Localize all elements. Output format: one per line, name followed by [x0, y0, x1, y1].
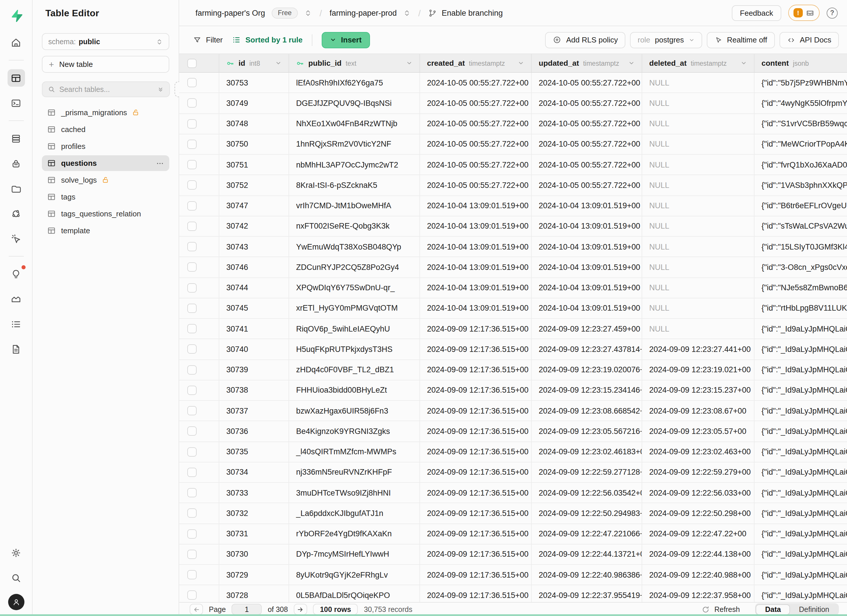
more-options-icon[interactable] — [156, 159, 164, 167]
cell-public_id[interactable]: 8KraI-tSI-6-pSZcknaK5 — [289, 175, 420, 196]
cell-id[interactable]: 30731 — [219, 524, 289, 544]
cell-id[interactable]: 30752 — [219, 175, 289, 196]
cell-id[interactable]: 30730 — [219, 544, 289, 564]
cell-deleted_at[interactable]: 2024-09-09 12:23:02.463+00 — [642, 442, 754, 462]
row-checkbox[interactable] — [187, 283, 196, 292]
cell-created_at[interactable]: 2024-10-04 13:09:01.519+00 — [420, 196, 532, 216]
cell-updated_at[interactable]: 2024-09-09 12:23:27.459+00 — [532, 319, 642, 339]
chevron-down-icon[interactable] — [518, 60, 524, 66]
cell-public_id[interactable]: vrIh7CMD-JtM1bOweMHfA — [289, 196, 420, 216]
table-row[interactable]: 30743YwEmuWdqT38XoSB048QYp2024-10-04 13:… — [179, 237, 847, 257]
cell-created_at[interactable]: 2024-10-04 13:09:01.519+00 — [420, 278, 532, 298]
cell-id[interactable]: 30753 — [219, 73, 289, 93]
cell-public_id[interactable]: YwEmuWdqT38XoSB048QYp — [289, 237, 420, 257]
cell-created_at[interactable]: 2024-09-09 12:17:36.515+00 — [420, 504, 532, 523]
cell-created_at[interactable]: 2024-09-09 12:17:36.515+00 — [420, 565, 532, 585]
previous-page-button[interactable] — [190, 604, 203, 615]
cell-deleted_at[interactable]: NULL — [642, 237, 754, 257]
cell-content[interactable]: {"id":"_Id9aLyJpMHQLaiQC — [754, 504, 847, 523]
cell-public_id[interactable]: Be4KignzoK9YRGNI3Zgks — [289, 421, 420, 442]
cell-updated_at[interactable]: 2024-09-09 12:22:37.955419+00 — [532, 585, 642, 602]
cell-id[interactable]: 30741 — [219, 319, 289, 339]
row-checkbox[interactable] — [187, 201, 196, 210]
cell-public_id[interactable]: rYbORF2e4YgDt9fKAXaKn — [289, 524, 420, 544]
cell-id[interactable]: 30734 — [219, 463, 289, 482]
sort-button[interactable]: Sorted by 1 rule — [232, 35, 303, 44]
cell-content[interactable]: {"id":"15LSIyT0JGMf3Kl4Vn — [754, 237, 847, 257]
chevron-down-icon[interactable] — [741, 60, 747, 66]
cell-content[interactable]: {"id":"1VASb3phnXXkQPCpv — [754, 175, 847, 196]
cell-created_at[interactable]: 2024-10-04 13:09:01.519+00 — [420, 237, 532, 257]
table-row[interactable]: 30736Be4KignzoK9YRGNI3Zgks2024-09-09 12:… — [179, 421, 847, 442]
search-tables-input[interactable] — [42, 81, 170, 97]
next-page-button[interactable] — [294, 604, 307, 615]
row-checkbox[interactable] — [187, 324, 196, 333]
table-row[interactable]: 30730DYp-7mcyMSIrHefLYIwwH2024-09-09 12:… — [179, 544, 847, 565]
cell-updated_at[interactable]: 2024-10-04 13:09:01.519+00 — [532, 196, 642, 216]
cell-content[interactable]: {"id":"_Id9aLyJpMHQLaiQC — [754, 565, 847, 585]
column-header-content[interactable]: contentjsonb — [754, 54, 847, 72]
sidebar-item-_prisma_migrations[interactable]: _prisma_migrations — [42, 105, 169, 121]
feedback-button[interactable]: Feedback — [732, 5, 781, 21]
cell-deleted_at[interactable]: 2024-09-09 12:22:59.279+00 — [642, 463, 754, 482]
cell-public_id[interactable]: DGEJfJZPQUV9Q-IBqsNSi — [289, 93, 420, 113]
cell-deleted_at[interactable]: 2024-09-09 12:23:27.441+00 — [642, 339, 754, 360]
table-row[interactable]: 307298yUKotr9qGYjK2eFRhgLv2024-09-09 12:… — [179, 565, 847, 585]
cell-updated_at[interactable]: 2024-09-09 12:23:27.437814+00 — [532, 339, 642, 360]
table-row[interactable]: 307333muDHTceTWso9IZj8hHNI2024-09-09 12:… — [179, 483, 847, 504]
table-row[interactable]: 30739zHDq4c0F0VBF_TL2_dBZ12024-09-09 12:… — [179, 360, 847, 380]
cell-deleted_at[interactable]: 2024-09-09 12:23:08.67+00 — [642, 401, 754, 421]
tab-data[interactable]: Data — [756, 604, 790, 615]
cell-created_at[interactable]: 2024-09-09 12:17:36.515+00 — [420, 421, 532, 442]
row-checkbox[interactable] — [187, 222, 196, 231]
row-checkbox[interactable] — [187, 304, 196, 313]
cell-id[interactable]: 30740 — [219, 339, 289, 360]
cell-id[interactable]: 30744 — [219, 278, 289, 298]
cell-content[interactable]: {"id":"rtHbLpgB8V11LUK7152 — [754, 298, 847, 318]
cell-created_at[interactable]: 2024-09-09 12:17:36.515+00 — [420, 360, 532, 380]
cell-public_id[interactable]: nbMhHL3AP7OcCJymc2wT2 — [289, 155, 420, 175]
cell-created_at[interactable]: 2024-09-09 12:17:36.515+00 — [420, 319, 532, 339]
cell-created_at[interactable]: 2024-09-09 12:17:36.515+00 — [420, 524, 532, 544]
cell-id[interactable]: 30732 — [219, 504, 289, 523]
cell-deleted_at[interactable]: NULL — [642, 257, 754, 277]
cell-created_at[interactable]: 2024-10-04 13:09:01.519+00 — [420, 217, 532, 236]
cell-updated_at[interactable]: 2024-09-09 12:22:40.986386+00 — [532, 565, 642, 585]
cell-updated_at[interactable]: 2024-10-05 00:55:27.722+00 — [532, 114, 642, 134]
table-editor-icon[interactable] — [7, 69, 25, 87]
cell-public_id[interactable]: NhXEo1Xw04FnB4RzWTNjb — [289, 114, 420, 134]
cell-deleted_at[interactable]: NULL — [642, 196, 754, 216]
cell-created_at[interactable]: 2024-10-04 13:09:01.519+00 — [420, 298, 532, 318]
cell-created_at[interactable]: 2024-10-05 00:55:27.722+00 — [420, 93, 532, 113]
cell-content[interactable]: {"id":"_Id9aLyJpMHQLaiQC — [754, 524, 847, 544]
cell-deleted_at[interactable]: 2024-09-09 12:22:50.298+00 — [642, 504, 754, 523]
cell-created_at[interactable]: 2024-10-04 13:09:01.519+00 — [420, 257, 532, 277]
search-icon[interactable] — [7, 569, 25, 587]
cell-created_at[interactable]: 2024-09-09 12:17:36.515+00 — [420, 544, 532, 564]
cell-id[interactable]: 30735 — [219, 442, 289, 462]
cell-public_id[interactable]: nj336mN5reuRVNZrKHFpF — [289, 463, 420, 482]
table-row[interactable]: 307280L5BAfDaLDl5rQOiqeKPO2024-09-09 12:… — [179, 585, 847, 602]
cell-updated_at[interactable]: 2024-09-09 12:22:56.03542+00 — [532, 483, 642, 503]
cell-id[interactable]: 30736 — [219, 421, 289, 442]
table-row[interactable]: 30740H5uqFKpRUTPkjxdysT3HS2024-09-09 12:… — [179, 339, 847, 360]
cell-updated_at[interactable]: 2024-10-05 00:55:27.722+00 — [532, 134, 642, 155]
cell-content[interactable]: {"id":"_Id9aLyJpMHQLaiQC — [754, 483, 847, 503]
cell-content[interactable]: {"id":"4wyNgK55lOfrpmYZc — [754, 93, 847, 113]
home-icon[interactable] — [7, 34, 25, 51]
logs-icon[interactable] — [7, 315, 25, 333]
cell-updated_at[interactable]: 2024-10-04 13:09:01.519+00 — [532, 257, 642, 277]
table-row[interactable]: 30748NhXEo1Xw04FnB4RzWTNjb2024-10-05 00:… — [179, 114, 847, 134]
row-checkbox[interactable] — [187, 181, 196, 190]
table-row[interactable]: 30751nbMhHL3AP7OcCJymc2wT22024-10-05 00:… — [179, 155, 847, 175]
cell-updated_at[interactable]: 2024-09-09 12:22:47.221066+00 — [532, 524, 642, 544]
cell-id[interactable]: 30749 — [219, 93, 289, 113]
cell-deleted_at[interactable]: 2024-09-09 12:22:44.138+00 — [642, 544, 754, 564]
chevron-down-icon[interactable] — [628, 60, 635, 66]
cell-id[interactable]: 30747 — [219, 196, 289, 216]
chevron-updown-icon[interactable] — [403, 9, 411, 16]
cell-updated_at[interactable]: 2024-09-09 12:23:05.567216+00 — [532, 421, 642, 442]
table-row[interactable]: 30737bzwXazHgax6UIR58j6Fn32024-09-09 12:… — [179, 401, 847, 421]
cell-created_at[interactable]: 2024-09-09 12:17:36.515+00 — [420, 463, 532, 482]
cell-deleted_at[interactable]: NULL — [642, 278, 754, 298]
